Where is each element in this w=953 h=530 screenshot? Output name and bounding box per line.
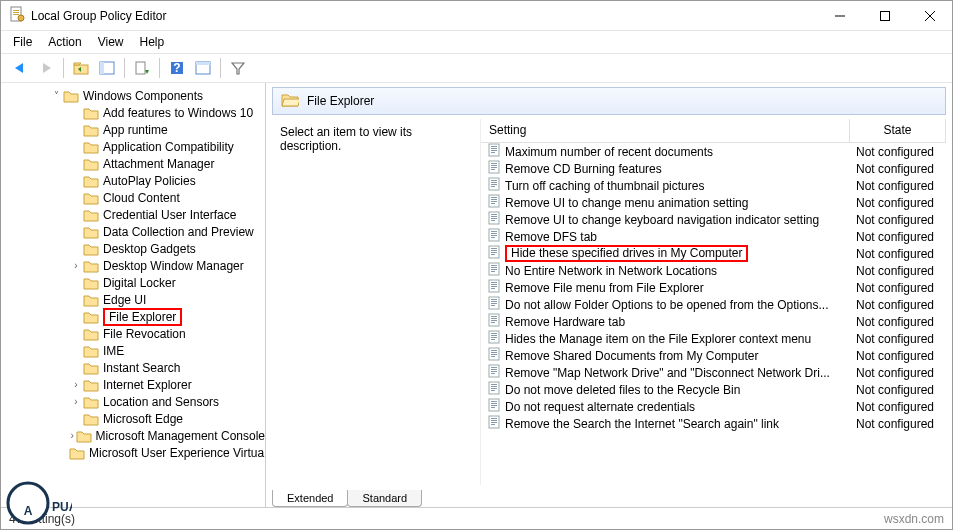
tree-item[interactable]: File Explorer: [1, 308, 265, 325]
svg-rect-110: [491, 354, 497, 355]
svg-marker-42: [84, 415, 98, 425]
help-button[interactable]: ?: [165, 56, 189, 80]
policy-icon: [487, 347, 501, 364]
properties-button[interactable]: [191, 56, 215, 80]
setting-row[interactable]: Remove UI to change menu animation setti…: [481, 194, 946, 211]
column-state[interactable]: State: [850, 119, 946, 142]
filter-button[interactable]: [226, 56, 250, 80]
tree-item[interactable]: Edge UI: [1, 291, 265, 308]
show-hide-tree-button[interactable]: [95, 56, 119, 80]
tree-item[interactable]: Credential User Interface: [1, 206, 265, 223]
folder-icon: [83, 140, 99, 154]
svg-rect-56: [491, 169, 495, 170]
setting-row[interactable]: No Entire Network in Network LocationsNo…: [481, 262, 946, 279]
svg-marker-26: [84, 143, 98, 153]
setting-row[interactable]: Remove UI to change keyboard navigation …: [481, 211, 946, 228]
expand-icon[interactable]: ›: [69, 430, 76, 441]
export-list-button[interactable]: [130, 56, 154, 80]
tree-item-label: Digital Locker: [103, 276, 176, 290]
svg-rect-68: [491, 214, 497, 215]
svg-rect-55: [491, 167, 497, 168]
tree-item[interactable]: Add features to Windows 10: [1, 104, 265, 121]
setting-row[interactable]: Do not request alternate credentialsNot …: [481, 398, 946, 415]
svg-rect-95: [491, 303, 497, 304]
tree-item[interactable]: ›Microsoft Management Console: [1, 427, 265, 444]
tree-item[interactable]: Cloud Content: [1, 189, 265, 206]
svg-rect-126: [491, 407, 495, 408]
setting-name: Hide these specified drives in My Comput…: [505, 245, 748, 262]
svg-rect-115: [491, 371, 497, 372]
setting-row[interactable]: Hides the Manage item on the File Explor…: [481, 330, 946, 347]
tree-item[interactable]: ›Internet Explorer: [1, 376, 265, 393]
setting-row[interactable]: Maximum number of recent documentsNot co…: [481, 143, 946, 160]
setting-row[interactable]: Turn off caching of thumbnail picturesNo…: [481, 177, 946, 194]
svg-rect-21: [196, 62, 210, 65]
tree-item[interactable]: Application Compatibility: [1, 138, 265, 155]
tree-item[interactable]: ›Desktop Window Manager: [1, 257, 265, 274]
table-body[interactable]: Maximum number of recent documentsNot co…: [481, 143, 946, 485]
folder-icon: [69, 446, 85, 460]
tab-standard[interactable]: Standard: [347, 490, 422, 507]
expand-icon[interactable]: ›: [69, 379, 83, 390]
tree-item[interactable]: ›Location and Sensors: [1, 393, 265, 410]
tree-item[interactable]: AutoPlay Policies: [1, 172, 265, 189]
setting-row[interactable]: Hide these specified drives in My Comput…: [481, 245, 946, 262]
menu-view[interactable]: View: [90, 32, 132, 52]
tree-item[interactable]: Attachment Manager: [1, 155, 265, 172]
tree-item[interactable]: File Revocation: [1, 325, 265, 342]
tree-item[interactable]: Desktop Gadgets: [1, 240, 265, 257]
svg-rect-59: [491, 182, 497, 183]
folder-icon: [63, 89, 79, 103]
tree-pane[interactable]: ˅Windows ComponentsAdd features to Windo…: [1, 83, 266, 507]
setting-name: Remove File menu from File Explorer: [505, 281, 704, 295]
setting-row[interactable]: Remove Shared Documents from My Computer…: [481, 347, 946, 364]
up-folder-button[interactable]: [69, 56, 93, 80]
tab-extended[interactable]: Extended: [272, 490, 348, 507]
tree-item[interactable]: Data Collection and Preview: [1, 223, 265, 240]
setting-name: Remove "Map Network Drive" and "Disconne…: [505, 366, 830, 380]
folder-icon: [83, 378, 99, 392]
svg-marker-12: [74, 63, 81, 65]
tree-item[interactable]: Microsoft Edge: [1, 410, 265, 427]
details-header: File Explorer: [272, 87, 946, 115]
svg-rect-128: [491, 418, 497, 419]
collapse-icon[interactable]: ˅: [49, 90, 63, 101]
menu-help[interactable]: Help: [132, 32, 173, 52]
setting-row[interactable]: Remove File menu from File ExplorerNot c…: [481, 279, 946, 296]
setting-row[interactable]: Remove "Map Network Drive" and "Disconne…: [481, 364, 946, 381]
forward-button[interactable]: [34, 56, 58, 80]
status-count: 47 setting(s): [9, 512, 75, 526]
setting-name: Remove UI to change keyboard navigation …: [505, 213, 819, 227]
svg-marker-23: [64, 92, 78, 102]
tree-item[interactable]: IME: [1, 342, 265, 359]
tree-item[interactable]: Instant Search: [1, 359, 265, 376]
svg-rect-83: [491, 265, 497, 266]
svg-rect-1: [13, 10, 19, 11]
menu-file[interactable]: File: [5, 32, 40, 52]
back-button[interactable]: [8, 56, 32, 80]
tree-item[interactable]: Microsoft User Experience Virtualization: [1, 444, 265, 461]
tree-item[interactable]: App runtime: [1, 121, 265, 138]
setting-row[interactable]: Remove DFS tabNot configured: [481, 228, 946, 245]
setting-state: Not configured: [850, 247, 946, 261]
menu-action[interactable]: Action: [40, 32, 89, 52]
setting-state: Not configured: [850, 162, 946, 176]
svg-rect-113: [491, 367, 497, 368]
svg-rect-58: [491, 180, 497, 181]
expand-icon[interactable]: ›: [69, 260, 83, 271]
setting-row[interactable]: Remove the Search the Internet "Search a…: [481, 415, 946, 432]
setting-row[interactable]: Remove Hardware tabNot configured: [481, 313, 946, 330]
close-button[interactable]: [907, 1, 952, 30]
tree-item-root[interactable]: ˅Windows Components: [1, 87, 265, 104]
svg-rect-53: [491, 163, 497, 164]
setting-row[interactable]: Remove CD Burning featuresNot configured: [481, 160, 946, 177]
setting-row[interactable]: Do not move deleted files to the Recycle…: [481, 381, 946, 398]
setting-state: Not configured: [850, 366, 946, 380]
svg-marker-39: [84, 364, 98, 374]
minimize-button[interactable]: [817, 1, 862, 30]
setting-row[interactable]: Do not allow Folder Options to be opened…: [481, 296, 946, 313]
maximize-button[interactable]: [862, 1, 907, 30]
expand-icon[interactable]: ›: [69, 396, 83, 407]
column-setting[interactable]: Setting: [481, 119, 850, 142]
tree-item[interactable]: Digital Locker: [1, 274, 265, 291]
